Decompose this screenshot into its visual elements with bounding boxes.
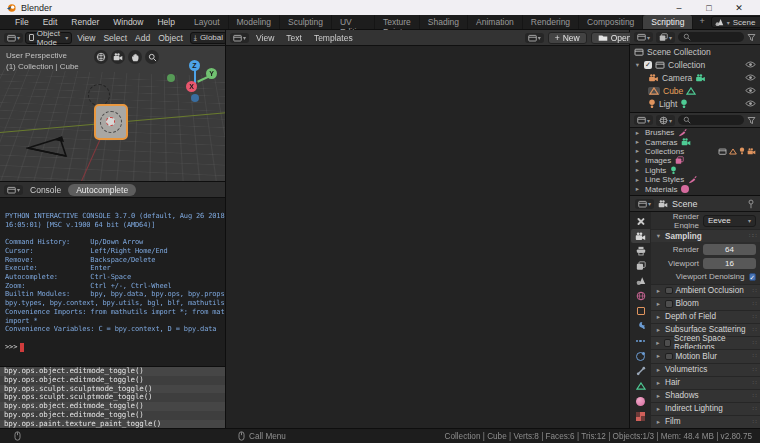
tab-data[interactable]	[631, 379, 650, 393]
axis-z-ball[interactable]: Z	[189, 60, 200, 71]
panel-grip-icon[interactable]: ∷	[753, 339, 756, 347]
info-editor[interactable]: bpy.ops.object.editmode_toggle() bpy.ops…	[0, 366, 226, 428]
panel-checkbox[interactable]	[664, 339, 672, 347]
eye-icon[interactable]	[745, 74, 756, 81]
menu-add[interactable]: Add	[132, 33, 153, 43]
tab-physics[interactable]	[631, 349, 650, 363]
viewport-editor-type-button[interactable]: ▾	[4, 33, 23, 43]
mode-select[interactable]: Object Mode ▾	[25, 32, 72, 44]
axis-neg-y-ball[interactable]	[167, 74, 175, 82]
panel-grip-icon[interactable]: ∷	[753, 379, 756, 387]
panel-screen-space-reflections[interactable]: ▸ Screen Space Reflections ∷	[651, 336, 760, 350]
console-editor-type-button[interactable]: ▾	[4, 185, 23, 195]
tab-material[interactable]	[631, 394, 650, 408]
outliner-row-cube[interactable]: Cube	[630, 84, 760, 97]
render-samples-field[interactable]: 64	[703, 244, 756, 255]
pin-icon[interactable]	[747, 199, 755, 209]
panel-grip-icon[interactable]: ∷	[753, 392, 756, 400]
tab-rendering[interactable]: Rendering	[523, 15, 579, 29]
tab-modeling[interactable]: Modeling	[229, 15, 281, 29]
light-object[interactable]	[88, 84, 110, 106]
denoising-checkbox[interactable]: ✓	[749, 273, 757, 281]
panel-checkbox[interactable]	[665, 353, 673, 361]
menu-render[interactable]: Render	[64, 17, 106, 27]
outliner-search-input[interactable]	[678, 32, 744, 42]
menu-edit[interactable]: Edit	[36, 17, 65, 27]
properties-editor[interactable]: ▾ Scene	[630, 195, 760, 428]
panel-grip-icon[interactable]: ∷∷	[749, 232, 756, 240]
outliner-row-light[interactable]: Light	[630, 97, 760, 110]
maximize-button[interactable]: □	[694, 3, 724, 13]
cube-object[interactable]	[94, 104, 128, 140]
menu-help[interactable]: Help	[150, 17, 181, 27]
tab-sculpting[interactable]: Sculpting	[280, 15, 332, 29]
axis-y-ball[interactable]: Y	[206, 68, 217, 79]
autocomplete-button[interactable]: Autocomplete	[68, 184, 136, 196]
panel-volumetrics[interactable]: ▸ Volumetrics ∷	[651, 363, 760, 376]
menu-select[interactable]: Select	[100, 33, 130, 43]
tab-render[interactable]	[631, 229, 650, 243]
menu-window[interactable]: Window	[106, 17, 150, 27]
menu-view[interactable]: View	[251, 33, 279, 43]
tab-scripting[interactable]: Scripting	[643, 15, 693, 29]
menu-templates[interactable]: Templates	[309, 33, 358, 43]
disclosure-icon[interactable]: ▸	[634, 147, 641, 155]
panel-checkbox[interactable]	[665, 287, 673, 295]
disclosure-icon[interactable]: ▸	[634, 138, 641, 146]
camera-object[interactable]	[26, 134, 72, 164]
orientation-select[interactable]: ⤓ Global	[190, 32, 226, 44]
panel-grip-icon[interactable]: ∷	[753, 366, 756, 374]
menu-file[interactable]: File	[8, 17, 36, 27]
panel-grip-icon[interactable]: ∷	[753, 326, 756, 334]
tab-particles[interactable]	[631, 334, 650, 348]
tab-scene[interactable]	[631, 274, 650, 288]
blend-row-cameras[interactable]: ▸ Cameras	[630, 137, 760, 146]
panel-motion-blur[interactable]: ▸ Motion Blur ∷	[651, 349, 760, 362]
disclosure-icon[interactable]: ▸	[634, 185, 641, 193]
tab-animation[interactable]: Animation	[468, 15, 523, 29]
panel-grip-icon[interactable]: ∷	[753, 287, 756, 295]
panel-sampling[interactable]: ▾ Sampling ∷∷	[651, 229, 760, 242]
tab-object[interactable]	[631, 304, 650, 318]
tab-view-layer[interactable]	[631, 259, 650, 273]
disclosure-icon[interactable]: ▸	[634, 129, 641, 137]
menu-object[interactable]: Object	[155, 33, 186, 43]
panel-shadows[interactable]: ▸ Shadows ∷	[651, 389, 760, 402]
text-editor-type-button[interactable]: ▾	[230, 33, 249, 43]
disclosure-icon[interactable]: ▸	[634, 166, 641, 174]
outliner-search-input[interactable]	[678, 115, 744, 125]
panel-grip-icon[interactable]: ∷	[753, 418, 756, 426]
panel-indirect-lighting[interactable]: ▸ Indirect Lighting ∷	[651, 402, 760, 415]
blend-row-images[interactable]: ▸ Images	[630, 156, 760, 165]
panel-grip-icon[interactable]: ∷	[753, 405, 756, 413]
eye-icon[interactable]	[745, 87, 756, 94]
tab-texture[interactable]	[631, 409, 650, 423]
properties-editor-type-button[interactable]: ▾	[635, 199, 654, 209]
panel-ambient-occlusion[interactable]: ▸ Ambient Occlusion ∷	[651, 284, 760, 297]
tab-output[interactable]	[631, 244, 650, 258]
panel-hair[interactable]: ▸ Hair ∷	[651, 376, 760, 389]
axis-gizmo[interactable]: Z Y X	[173, 60, 217, 104]
display-mode-button[interactable]: ▾	[656, 115, 675, 126]
panel-grip-icon[interactable]: ∷	[753, 313, 756, 321]
outliner-row-scene-collection[interactable]: Scene Collection	[630, 45, 760, 58]
minimize-button[interactable]: –	[664, 3, 694, 13]
blend-row-collections[interactable]: ▸ Collections	[630, 147, 760, 156]
menu-view[interactable]: View	[74, 33, 98, 43]
panel-depth-of-field[interactable]: ▸ Depth of Field ∷	[651, 310, 760, 323]
render-engine-select[interactable]: Eevee ▾	[703, 215, 756, 227]
display-mode-button[interactable]: ▾	[656, 32, 675, 43]
console-menu[interactable]: Console	[25, 185, 66, 195]
blend-row-materials[interactable]: ▸ Materials	[630, 184, 760, 193]
close-button[interactable]: ✕	[724, 3, 754, 13]
text-editor-canvas[interactable]	[226, 46, 629, 428]
blend-row-lights[interactable]: ▸ Lights	[630, 166, 760, 175]
axis-x-ball[interactable]: X	[186, 81, 197, 92]
panel-grip-icon[interactable]: ∷	[753, 300, 756, 308]
tab-modifiers[interactable]	[631, 319, 650, 333]
menu-text[interactable]: Text	[281, 33, 307, 43]
tab-uv-editing[interactable]: UV Editing	[332, 15, 375, 29]
console-prompt-row[interactable]: >>>	[5, 343, 220, 352]
info-log-line[interactable]: bpy.ops.paint.texture_paint_toggle()	[0, 420, 225, 428]
text-datablock-button[interactable]: ▾	[525, 33, 544, 43]
